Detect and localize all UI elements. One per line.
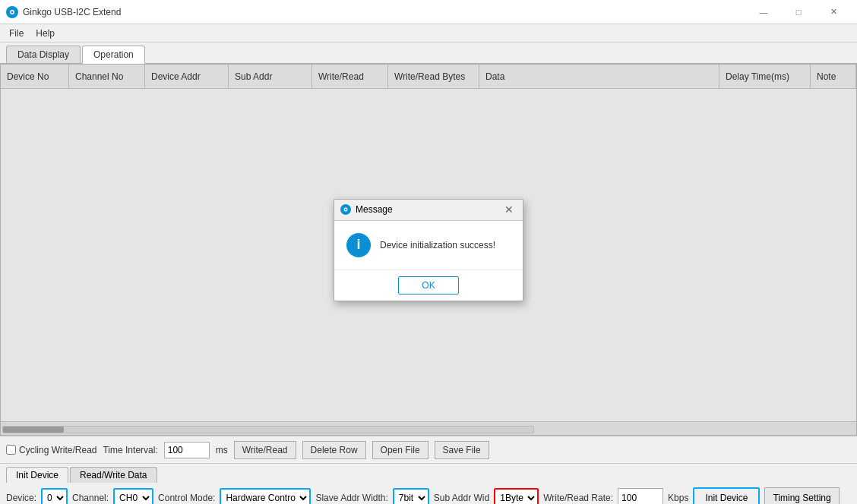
menu-bar: File Help xyxy=(0,24,857,43)
modal-body: i Device initialization success! xyxy=(334,221,523,269)
write-read-rate-label: Write/Read Rate: xyxy=(543,493,613,503)
cycling-checkbox-group: Cycling Write/Read xyxy=(6,445,96,455)
modal-ok-button[interactable]: OK xyxy=(398,276,459,295)
timing-setting-button[interactable]: Timing Setting xyxy=(764,487,839,504)
slave-addr-width-label: Slave Addr Width: xyxy=(315,493,387,503)
modal-close-button[interactable]: ✕ xyxy=(501,203,517,216)
modal-title-bar: Message ✕ xyxy=(334,200,523,221)
tab-data-display[interactable]: Data Display xyxy=(6,46,81,63)
ms-label: ms xyxy=(216,445,228,455)
modal-info-icon: i xyxy=(346,233,371,257)
modal-title-text: Message xyxy=(356,204,393,215)
device-label: Device: xyxy=(6,493,36,503)
init-device-button[interactable]: Init Device xyxy=(693,487,760,504)
control-mode-select[interactable]: Hardware Contro xyxy=(220,488,311,504)
minimize-button[interactable]: — xyxy=(746,0,781,24)
write-read-button[interactable]: Write/Read xyxy=(234,441,296,459)
cycling-checkbox[interactable] xyxy=(6,445,16,455)
maximize-button[interactable]: □ xyxy=(781,0,816,24)
title-bar-left: Ginkgo USB-I2C Extend xyxy=(6,6,121,18)
modal-message: Device initialization success! xyxy=(380,240,495,250)
menu-file[interactable]: File xyxy=(3,27,30,40)
sub-addr-width-select[interactable]: 1Byte xyxy=(494,488,539,504)
write-read-rate-input[interactable] xyxy=(618,488,663,504)
menu-help[interactable]: Help xyxy=(30,27,61,40)
init-controls: Device: 0 Channel: CH0 Control Mode: Har… xyxy=(0,483,857,504)
init-tabs: Init Device Read/Write Data xyxy=(0,464,857,483)
init-panel: Init Device Read/Write Data Device: 0 Ch… xyxy=(0,463,857,504)
sub-addr-width-label: Sub Addr Wid xyxy=(434,493,489,503)
bottom-toolbar: Cycling Write/Read Time Interval: ms Wri… xyxy=(0,436,857,463)
kbps-label: Kbps xyxy=(668,493,688,503)
init-tab-init-device[interactable]: Init Device xyxy=(6,467,68,483)
modal-overlay: Message ✕ i Device initialization succes… xyxy=(1,65,856,435)
open-file-button[interactable]: Open File xyxy=(372,441,428,459)
main-content-area: Device No Channel No Device Addr Sub Add… xyxy=(0,64,857,436)
device-select[interactable]: 0 xyxy=(41,488,68,504)
modal-footer: OK xyxy=(334,269,523,301)
tab-bar: Data Display Operation xyxy=(0,43,857,64)
tab-operation[interactable]: Operation xyxy=(82,46,145,64)
window-title: Ginkgo USB-I2C Extend xyxy=(23,7,121,17)
window-controls: — □ ✕ xyxy=(746,0,851,24)
time-interval-input[interactable] xyxy=(164,442,210,458)
svg-point-2 xyxy=(11,11,14,13)
init-tab-read-write-data[interactable]: Read/Write Data xyxy=(70,467,157,483)
delete-row-button[interactable]: Delete Row xyxy=(302,441,366,459)
message-dialog: Message ✕ i Device initialization succes… xyxy=(334,199,523,301)
save-file-button[interactable]: Save File xyxy=(435,441,489,459)
cycling-label: Cycling Write/Read xyxy=(19,445,96,455)
close-button[interactable]: ✕ xyxy=(816,0,851,24)
slave-addr-width-select[interactable]: 7bit xyxy=(393,488,429,504)
title-bar: Ginkgo USB-I2C Extend — □ ✕ xyxy=(0,0,857,24)
svg-point-5 xyxy=(345,209,346,210)
modal-app-icon xyxy=(340,204,351,215)
channel-label: Channel: xyxy=(72,493,109,503)
modal-title-left: Message xyxy=(340,204,393,215)
channel-select[interactable]: CH0 xyxy=(113,488,153,504)
app-icon xyxy=(6,6,18,18)
time-interval-label: Time Interval: xyxy=(103,445,157,455)
control-mode-label: Control Mode: xyxy=(158,493,215,503)
